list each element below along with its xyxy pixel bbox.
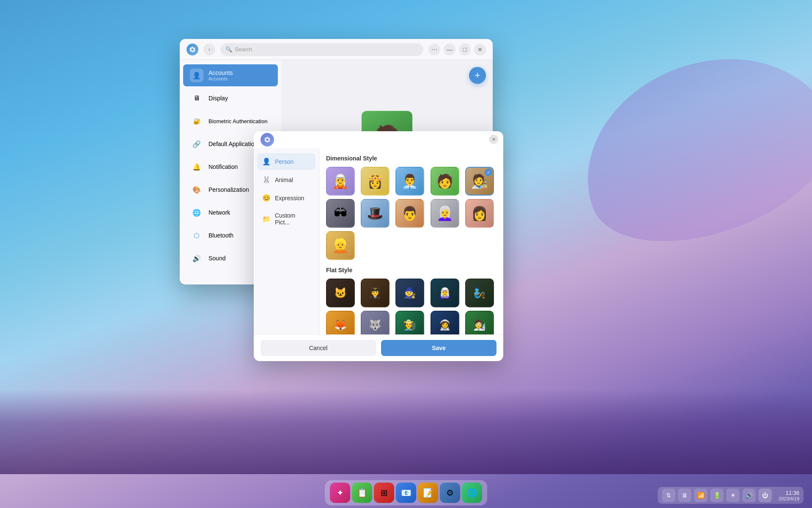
display-icon: 🖥 — [190, 91, 203, 105]
animal-icon: 🐰 — [262, 176, 271, 184]
avatar-picker-dialog: ✕ 👤 Person 🐰 Animal 😊 Expression 📁 Custo… — [254, 131, 503, 361]
default-apps-icon: 🔗 — [190, 137, 203, 151]
notification-icon: 🔔 — [190, 160, 203, 174]
taskbar-power-icon[interactable]: ⏻ — [758, 489, 772, 502]
sidebar-item-biometric[interactable]: 🔐 Biometric Authentication — [183, 110, 278, 132]
category-expression[interactable]: 😊 Expression — [257, 190, 315, 206]
avatar-item[interactable]: 👱 — [326, 231, 355, 260]
avatar-item[interactable]: 👩‍🦳 — [431, 199, 459, 228]
taskbar-up-down-icon[interactable]: ⇅ — [662, 489, 675, 502]
biometric-label: Biometric Authentication — [208, 118, 267, 124]
bluetooth-icon: ⬡ — [190, 229, 203, 242]
avatar-item-flat[interactable]: 🧙 — [395, 279, 424, 307]
network-icon: 🌐 — [190, 206, 203, 219]
taskbar-system-tray: ⇅ 🖥 📶 🔋 ☀ 🔊 ⏻ 11:36 2023/4/19 — [658, 487, 804, 504]
sys-icons-group: ⇅ 🖥 📶 🔋 ☀ 🔊 ⏻ — [662, 489, 772, 502]
avatar-item[interactable]: 👨‍💼 — [395, 167, 424, 196]
avatar-item[interactable]: 🧝 — [326, 167, 355, 196]
taskbar-wifi-icon[interactable]: 📶 — [694, 489, 708, 502]
taskbar-app-launcher[interactable]: ✦ — [330, 483, 350, 503]
accounts-icon: 👤 — [190, 69, 203, 82]
avatar-item[interactable]: 👸 — [361, 167, 390, 196]
taskbar-display-icon[interactable]: 🖥 — [678, 489, 691, 502]
bg-decoration-whale — [558, 25, 812, 271]
avatar-item-flat[interactable]: 🐱 — [326, 279, 355, 307]
category-person[interactable]: 👤 Person — [257, 153, 315, 170]
biometric-icon: 🔐 — [190, 114, 203, 128]
sidebar-item-accounts[interactable]: 👤 Accounts Accounts — [183, 64, 278, 86]
expression-icon: 😊 — [262, 194, 271, 202]
sound-icon: 🔊 — [190, 251, 203, 265]
sound-label: Sound — [208, 255, 225, 262]
personalization-icon: 🎨 — [190, 183, 203, 196]
animal-label: Animal — [275, 177, 293, 183]
avatar-item[interactable]: 🧑 — [431, 167, 459, 196]
taskbar-volume-icon[interactable]: 🔊 — [742, 489, 756, 502]
taskbar-app-files[interactable]: 📋 — [352, 483, 372, 503]
flat-style-title: Flat Style — [326, 267, 497, 273]
taskbar-battery-icon[interactable]: 🔋 — [710, 489, 724, 502]
avatar-item-flat[interactable]: 🧑‍🚀 — [431, 311, 459, 334]
category-custom[interactable]: 📁 Custom Pict... — [257, 208, 315, 230]
accounts-sublabel: Accounts — [208, 76, 233, 81]
avatar-item-flat[interactable]: 🧑‍🔬 — [465, 311, 494, 334]
app-logo — [187, 44, 198, 55]
display-label: Display — [208, 95, 228, 102]
taskbar-app-settings[interactable]: ⚙ — [440, 483, 460, 503]
dialog-footer: Cancel Save — [254, 334, 503, 361]
taskbar-app-grid[interactable]: ⊞ — [374, 483, 394, 503]
search-icon: 🔍 — [225, 46, 232, 52]
maximize-button[interactable]: □ — [459, 44, 471, 55]
dialog-logo — [261, 133, 274, 146]
avatar-item-flat[interactable]: 🧞 — [465, 279, 494, 307]
avatar-item[interactable]: 🕶 — [326, 199, 355, 228]
taskbar-clock[interactable]: 11:36 2023/4/19 — [779, 490, 799, 501]
avatar-item-flat[interactable]: 🧑‍✈️ — [361, 279, 390, 307]
dialog-header: ✕ — [254, 131, 503, 148]
notification-label: Notification — [208, 163, 238, 170]
taskbar-app-browser[interactable]: 🌐 — [462, 483, 482, 503]
avatar-item[interactable]: 🎩 — [361, 199, 390, 228]
dimensional-style-title: Dimensional Style — [326, 155, 497, 162]
add-button[interactable]: + — [469, 67, 486, 84]
dialog-category-sidebar: 👤 Person 🐰 Animal 😊 Expression 📁 Custom … — [254, 148, 319, 334]
default-apps-label: Default Applications — [208, 141, 261, 147]
avatar-item-selected[interactable]: 🧑‍🎨 ✓ — [465, 167, 494, 196]
custom-label: Custom Pict... — [275, 212, 310, 226]
dialog-close-button[interactable]: ✕ — [489, 135, 498, 144]
flat-style-grid: 🐱 🧑‍✈️ 🧙 🧝‍♀️ 🧞 🦊 🐺 — [326, 279, 497, 334]
bg-decoration-grass — [0, 389, 812, 474]
accounts-label: Accounts — [208, 69, 233, 76]
search-bar[interactable]: 🔍 Search — [220, 43, 423, 56]
category-animal[interactable]: 🐰 Animal — [257, 171, 315, 188]
avatar-item-flat[interactable]: 🧑‍🌾 — [395, 311, 424, 334]
avatar-item[interactable]: 👨 — [395, 199, 424, 228]
save-button[interactable]: Save — [381, 340, 497, 356]
taskbar: ✦ 📋 ⊞ 📧 📝 ⚙ 🌐 ⇅ 🖥 📶 🔋 ☀ 🔊 ⏻ — [0, 478, 812, 508]
personalization-label: Personalization — [208, 186, 249, 193]
expression-label: Expression — [275, 195, 304, 202]
minimize-button[interactable]: — — [444, 44, 455, 55]
taskbar-brightness-icon[interactable]: ☀ — [726, 489, 740, 502]
avatar-item-flat[interactable]: 🐺 — [361, 311, 390, 334]
back-button[interactable]: ‹ — [203, 44, 215, 55]
avatar-item[interactable]: 👩 — [465, 199, 494, 228]
avatar-grid-area: Dimensional Style 🧝 👸 👨‍💼 🧑 🧑‍🎨 ✓ — [319, 148, 503, 334]
dialog-logo-icon — [263, 136, 271, 144]
avatar-item-flat[interactable]: 🧝‍♀️ — [431, 279, 459, 307]
settings-logo-icon — [189, 46, 196, 53]
taskbar-app-mail[interactable]: 📧 — [396, 483, 416, 503]
custom-icon: 📁 — [262, 215, 271, 223]
dimensional-style-grid: 🧝 👸 👨‍💼 🧑 🧑‍🎨 ✓ 🕶 — [326, 167, 497, 260]
network-label: Network — [208, 209, 230, 216]
close-button[interactable]: ✕ — [474, 44, 486, 55]
sidebar-item-display[interactable]: 🖥 Display — [183, 87, 278, 109]
more-button[interactable]: ⋯ — [428, 44, 440, 55]
cancel-button[interactable]: Cancel — [261, 340, 376, 356]
taskbar-app-notes[interactable]: 📝 — [418, 483, 438, 503]
clock-time: 11:36 — [779, 490, 799, 496]
clock-date: 2023/4/19 — [779, 496, 799, 501]
person-label: Person — [275, 158, 294, 165]
avatar-item-flat[interactable]: 🦊 — [326, 311, 355, 334]
title-bar: ‹ 🔍 Search ⋯ — □ ✕ — [180, 39, 493, 60]
